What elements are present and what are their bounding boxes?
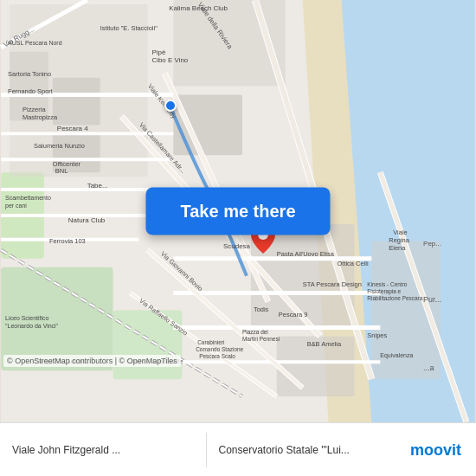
svg-text:Martiri Pennesi: Martiri Pennesi (242, 336, 280, 342)
svg-text:Elena: Elena (389, 244, 406, 252)
svg-text:Kinesis - Centro: Kinesis - Centro (367, 281, 407, 287)
svg-text:Pizzeria: Pizzeria (23, 106, 46, 113)
svg-text:BNL: BNL (55, 167, 68, 175)
svg-text:Regina: Regina (389, 236, 409, 244)
destination-label: Conservatorio Statale '"Lui... (219, 444, 401, 456)
svg-text:Carabinieri: Carabinieri (197, 339, 224, 345)
svg-text:Cibo E Vino: Cibo E Vino (151, 56, 188, 64)
svg-text:moovit: moovit (410, 441, 461, 459)
svg-text:Comando Stazione: Comando Stazione (196, 346, 243, 352)
svg-text:Viale: Viale (393, 228, 407, 236)
moovit-logo: moovit (408, 438, 469, 462)
divider (206, 433, 207, 467)
svg-text:STA Pescara Design: STA Pescara Design (303, 280, 362, 288)
svg-text:...a: ...a (423, 363, 434, 372)
svg-text:Scambettamento: Scambettamento (5, 195, 51, 201)
origin-info: Viale John Fitzgerald ... (7, 444, 199, 456)
svg-text:Salumeria Nunzio: Salumeria Nunzio (34, 142, 85, 150)
svg-text:Equivalenza: Equivalenza (380, 352, 413, 359)
origin-marker (164, 100, 177, 112)
svg-text:Liceo Scientifico: Liceo Scientifico (5, 315, 48, 321)
moovit-logo-svg: moovit (408, 438, 469, 462)
svg-text:Natura Club: Natura Club (68, 216, 106, 224)
svg-text:Todis: Todis (254, 306, 269, 313)
map-attribution: © OpenStreetMap contributors | © OpenMap… (3, 355, 181, 367)
svg-rect-7 (53, 78, 100, 125)
svg-text:per cani: per cani (5, 203, 27, 209)
svg-text:Riabilitazione Pescara: Riabilitazione Pescara (367, 295, 422, 301)
destination-info: Conservatorio Statale '"Lui... (214, 444, 406, 456)
svg-rect-11 (173, 95, 242, 156)
svg-text:Pescara 9: Pescara 9 (279, 311, 308, 318)
svg-text:Ferrovia 103: Ferrovia 103 (49, 237, 86, 245)
svg-text:Fernando Sport: Fernando Sport (8, 87, 54, 95)
bottom-bar: Viale John Fitzgerald ... Conservatorio … (0, 422, 476, 476)
svg-text:Scudesa: Scudesa (223, 242, 251, 250)
svg-text:Pep...: Pep... (423, 240, 441, 248)
svg-text:Pescara Scalo: Pescara Scalo (199, 353, 235, 359)
take-me-there-button[interactable]: Take me there (145, 188, 330, 235)
svg-text:Pescara 4: Pescara 4 (57, 125, 88, 132)
svg-text:Pur...: Pur... (423, 295, 441, 304)
app: Kalima Beach Club Istituto "E. Staccioli… (0, 0, 476, 476)
svg-text:Sartoria Tonino: Sartoria Tonino (8, 70, 51, 78)
svg-text:Piazza dei: Piazza dei (242, 329, 268, 335)
svg-text:Mastropizza: Mastropizza (23, 113, 58, 121)
svg-text:"Leonardo da Vinci": "Leonardo da Vinci" (5, 323, 59, 329)
svg-text:B&B Amelia: B&B Amelia (307, 340, 342, 348)
svg-text:Ottica Celli: Ottica Celli (338, 260, 369, 267)
svg-text:Istituto "E. Staccioli": Istituto "E. Staccioli" (100, 24, 158, 32)
svg-text:Fisioterapia e: Fisioterapia e (367, 288, 401, 295)
svg-text:Pipè: Pipè (151, 48, 165, 56)
svg-text:Tabe...: Tabe... (87, 182, 108, 190)
origin-label: Viale John Fitzgerald ... (12, 444, 194, 456)
svg-text:Pasta All'Uovo Elisa: Pasta All'Uovo Elisa (277, 250, 335, 258)
svg-text:Snipes: Snipes (367, 331, 387, 339)
map-container: Kalima Beach Club Istituto "E. Staccioli… (0, 0, 476, 422)
